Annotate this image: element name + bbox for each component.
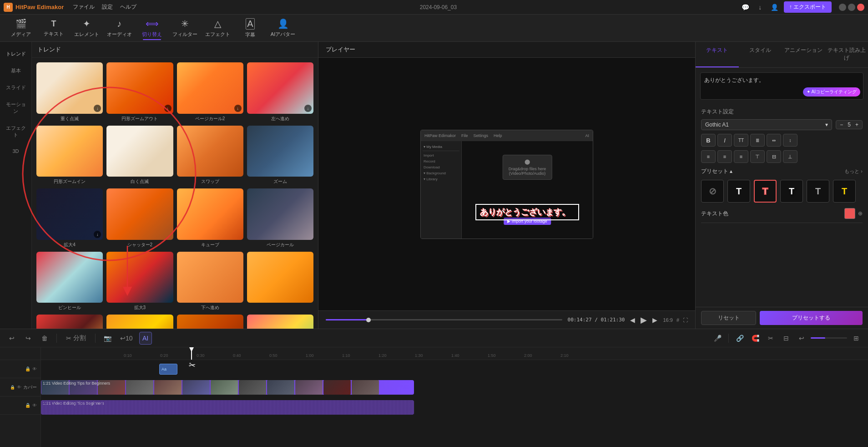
tab-text[interactable]: テキスト xyxy=(696,42,739,67)
zoom-slider[interactable] xyxy=(811,337,847,339)
download-icon[interactable]: ↓ xyxy=(304,105,312,112)
preset-gray[interactable]: T xyxy=(807,180,829,203)
line-height-button[interactable]: ↕ xyxy=(783,134,797,147)
preset-yellow[interactable]: T xyxy=(833,180,856,203)
transition-item-13[interactable]: ピンヒール xyxy=(36,252,103,311)
text-input-area[interactable]: ありがとうございます。 ✦ AIコピーライティング xyxy=(700,72,863,100)
toolbar-filter[interactable]: ✳ フィルター xyxy=(169,16,200,40)
download-icon[interactable]: ↓ xyxy=(164,105,172,112)
play-btn[interactable]: ▶ xyxy=(641,315,647,325)
align-right-btn[interactable]: ≡ xyxy=(734,150,748,163)
text-color-swatch[interactable] xyxy=(844,208,855,219)
transition-item-16[interactable] xyxy=(247,252,313,311)
minimize-button[interactable] xyxy=(839,4,846,11)
sidebar-item-slide[interactable]: スライド xyxy=(2,80,30,96)
next-frame-btn[interactable]: ▶ xyxy=(652,316,657,324)
valign-mid-btn[interactable]: ⊟ xyxy=(767,150,781,163)
toolbar-caption[interactable]: A 字幕 xyxy=(235,16,266,40)
transition-item-17[interactable] xyxy=(36,315,103,329)
download-icon[interactable]: ↓ xyxy=(94,231,101,238)
text-clip[interactable]: Aa xyxy=(159,364,177,375)
close-button[interactable] xyxy=(857,4,864,11)
grid-icon[interactable]: # xyxy=(676,317,679,323)
ai-copy-button[interactable]: ✦ AIコピーライティング xyxy=(803,87,860,97)
sidebar-item-effect[interactable]: エフェクト xyxy=(2,120,30,143)
toolbar-avatar[interactable]: 👤 AIアバター xyxy=(267,16,298,40)
transition-item-19[interactable] xyxy=(177,315,243,329)
export-button[interactable]: ↑ エクスポート xyxy=(784,1,832,13)
download-icon[interactable]: ↓ xyxy=(94,105,101,112)
sidebar-item-trend[interactable]: トレンド xyxy=(2,46,30,62)
delete-button[interactable]: 🗑 xyxy=(38,332,51,345)
bold-button[interactable]: B xyxy=(701,134,716,147)
sidebar-item-3d[interactable]: 3D xyxy=(2,144,30,158)
toolbar-media[interactable]: 🎬 メディア xyxy=(5,16,36,40)
transition-item-10[interactable]: シャッター2 xyxy=(106,188,173,248)
cut-icon[interactable]: ✂ xyxy=(764,332,777,345)
tab-tts[interactable]: テキスト読み上げ xyxy=(825,42,868,67)
spacing-button[interactable]: ⇔ xyxy=(767,134,781,147)
list-button[interactable]: ≣ xyxy=(750,134,765,147)
font-size-decrease[interactable]: − xyxy=(838,122,845,128)
preset-plain[interactable]: T xyxy=(727,180,750,203)
link-icon[interactable]: 🔗 xyxy=(733,332,746,345)
transition-item-3[interactable]: ↓ページカール2 xyxy=(177,62,243,122)
audio-track[interactable]: 1:21 Video Editing Tips Beginners xyxy=(41,400,414,415)
transition-item-5[interactable]: 円形ズームイン xyxy=(36,126,103,185)
align-center-btn[interactable]: ≡ xyxy=(717,150,732,163)
download-icon[interactable]: ↓ xyxy=(234,105,242,112)
tab-animation[interactable]: アニメーション xyxy=(782,42,825,67)
eye2-icon[interactable]: 👁 xyxy=(17,385,21,390)
font-size-increase[interactable]: + xyxy=(853,122,860,128)
split2-icon[interactable]: ⊟ xyxy=(780,332,792,345)
lock-icon[interactable]: 🔒 xyxy=(10,385,15,390)
undo-button[interactable]: ↩ xyxy=(5,332,18,345)
transition-item-2[interactable]: ↓円形ズームアウト xyxy=(106,62,173,122)
prev-frame-btn[interactable]: ◀ xyxy=(630,316,635,324)
toolbar-text[interactable]: T テキスト xyxy=(38,16,69,40)
chat-icon[interactable]: 💬 xyxy=(740,2,751,13)
sidebar-item-basic[interactable]: 基本 xyxy=(2,63,30,79)
menu-file[interactable]: ファイル xyxy=(73,3,95,11)
mic-icon[interactable]: 🎤 xyxy=(711,332,724,345)
download-icon[interactable]: ↓ xyxy=(755,2,766,13)
preset-outlined[interactable]: T xyxy=(754,180,777,203)
ai-button[interactable]: AI xyxy=(139,332,152,345)
menu-settings[interactable]: 設定 xyxy=(102,3,113,11)
undo2-icon[interactable]: ↩ xyxy=(795,332,808,345)
menu-help[interactable]: ヘルプ xyxy=(120,3,136,11)
playhead[interactable] xyxy=(191,347,192,360)
transition-item-12[interactable]: ページカール xyxy=(247,188,313,248)
transition-item-9[interactable]: ↓拡大4 xyxy=(36,188,103,248)
color-eyedropper-icon[interactable]: ⊕ xyxy=(858,210,863,217)
toolbar-element[interactable]: ✦ エレメント xyxy=(71,16,102,40)
toolbar-transition[interactable]: ⟺ 切り替え xyxy=(136,16,167,40)
audio-eye-icon[interactable]: 👁 xyxy=(32,403,37,408)
transition-item-14[interactable]: 拡大3 xyxy=(106,252,173,311)
transition-item-8[interactable]: ズーム xyxy=(247,126,313,185)
rewind10-button[interactable]: ↩10 xyxy=(117,332,136,345)
snapshot-button[interactable]: 📷 xyxy=(101,332,114,345)
eye-icon[interactable]: 👁 xyxy=(32,366,37,371)
align-left-btn[interactable]: ≡ xyxy=(701,150,716,163)
sidebar-item-motion[interactable]: モーション xyxy=(2,97,30,119)
split-button[interactable]: ✂ 分割 xyxy=(62,332,90,345)
transition-item-15[interactable]: 下へ進め xyxy=(177,252,243,311)
user-icon[interactable]: 👤 xyxy=(769,2,780,13)
transition-item-4[interactable]: ↓左へ進め xyxy=(247,62,313,122)
transition-item-6[interactable]: 白く点滅 xyxy=(106,126,173,185)
audio-lock-icon[interactable]: 🔒 xyxy=(25,403,30,408)
valign-bot-btn[interactable]: ⊥ xyxy=(783,150,797,163)
preset-none[interactable]: ⊘ xyxy=(701,180,724,203)
toolbar-effect[interactable]: △ エフェクト xyxy=(202,16,233,40)
toolbar-audio[interactable]: ♪ オーディオ xyxy=(104,16,135,40)
magnet-icon[interactable]: 🧲 xyxy=(749,332,762,345)
transition-item-11[interactable]: キューブ xyxy=(177,188,243,248)
preset-more[interactable]: もっと › xyxy=(844,168,863,175)
maximize-button[interactable] xyxy=(848,4,855,11)
fullscreen-icon[interactable]: ⛶ xyxy=(683,317,688,323)
font-dropdown[interactable]: Gothic A1 ▾ xyxy=(701,119,832,130)
valign-top-btn[interactable]: ⊤ xyxy=(750,150,765,163)
redo-button[interactable]: ↪ xyxy=(22,332,35,345)
italic-button[interactable]: I xyxy=(717,134,732,147)
